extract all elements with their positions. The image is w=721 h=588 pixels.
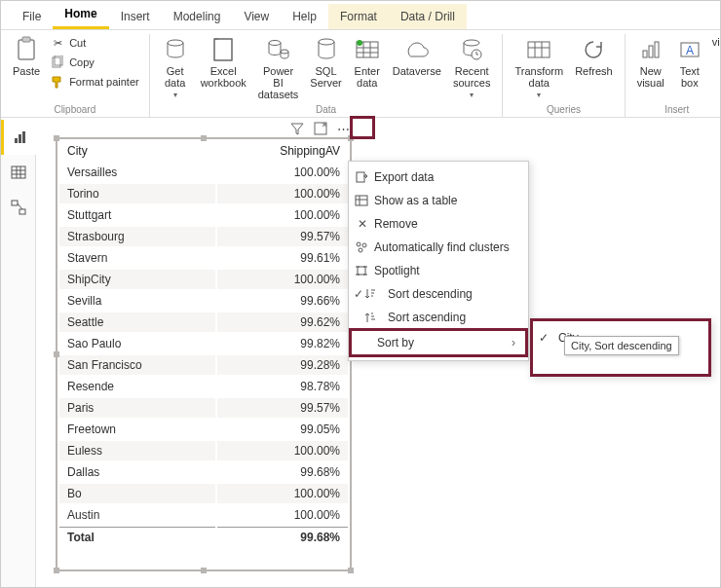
more-visuals-button[interactable]: vi — [711, 34, 721, 50]
table-row[interactable]: Sao Paulo99.82% — [59, 334, 348, 353]
scissors-icon: ✂ — [50, 35, 65, 51]
copy-button[interactable]: Copy — [48, 54, 141, 71]
tab-view[interactable]: View — [232, 4, 281, 29]
table-row[interactable]: Torino100.00% — [59, 184, 348, 203]
table-icon — [355, 194, 370, 207]
svg-rect-18 — [528, 42, 550, 57]
menu-remove[interactable]: ✕Remove — [349, 212, 528, 236]
menu-sort-ascending[interactable]: Sort ascending — [349, 306, 528, 329]
transform-icon — [525, 36, 552, 63]
svg-point-43 — [357, 242, 360, 246]
textbox-button[interactable]: AText box — [672, 34, 707, 91]
svg-rect-40 — [356, 196, 367, 205]
table-row[interactable]: Bo100.00% — [59, 484, 348, 503]
svg-line-37 — [18, 203, 22, 209]
brush-icon — [50, 74, 65, 90]
remove-icon: ✕ — [355, 217, 370, 231]
view-switcher — [1, 120, 36, 587]
table-row[interactable]: Seattle99.62% — [59, 312, 348, 332]
menu-export-data[interactable]: Export data — [349, 165, 528, 189]
tab-file[interactable]: File — [11, 4, 53, 29]
tab-help[interactable]: Help — [281, 4, 328, 29]
recent-sources-button[interactable]: Recent sources▾ — [449, 34, 495, 101]
sql-button[interactable]: SQL Server — [306, 34, 345, 91]
group-label-data: Data — [158, 102, 495, 117]
tab-home[interactable]: Home — [53, 1, 108, 29]
sort-desc-icon — [364, 288, 380, 300]
report-view-button[interactable] — [1, 120, 36, 155]
resize-handle[interactable] — [201, 568, 207, 573]
refresh-button[interactable]: Refresh — [571, 34, 617, 79]
transform-data-button[interactable]: Transform data▾ — [511, 34, 567, 101]
table-row[interactable]: Paris99.57% — [59, 398, 348, 418]
svg-point-8 — [281, 50, 288, 54]
menu-sort-descending[interactable]: ✓Sort descending — [349, 282, 528, 306]
table-row[interactable]: Stavern99.61% — [59, 248, 348, 268]
col-header-shipping[interactable]: ShippingAV — [217, 141, 348, 161]
group-label-queries: Queries — [511, 102, 616, 117]
visual-context-menu: Export data Show as a table ✕Remove Auto… — [348, 161, 529, 361]
clipboard-icon — [13, 36, 40, 63]
svg-rect-30 — [12, 166, 25, 178]
new-visual-button[interactable]: New visual — [633, 34, 668, 91]
svg-rect-35 — [12, 201, 18, 205]
pbi-icon — [265, 36, 292, 63]
format-painter-button[interactable]: Format painter — [48, 73, 141, 91]
excel-button[interactable]: Excel workbook — [197, 34, 250, 91]
table-row[interactable]: Dallas99.68% — [59, 462, 348, 482]
table-row[interactable]: Strasbourg99.57% — [59, 227, 348, 246]
tooltip: City, Sort descending — [564, 336, 679, 355]
menu-sort-by[interactable]: Sort by› — [349, 328, 528, 357]
table-row[interactable]: Resende98.78% — [59, 377, 348, 396]
cut-button[interactable]: ✂Cut — [48, 34, 141, 52]
svg-rect-6 — [214, 39, 232, 60]
svg-rect-1 — [22, 37, 30, 42]
table-row[interactable]: Sevilla99.66% — [59, 291, 348, 311]
table-row[interactable]: Stuttgart100.00% — [59, 205, 348, 225]
table-row[interactable]: San Francisco99.28% — [59, 355, 348, 375]
tab-format[interactable]: Format — [328, 4, 389, 29]
focus-mode-icon[interactable] — [311, 120, 330, 137]
export-icon — [355, 170, 370, 184]
get-data-button[interactable]: Get data▾ — [158, 34, 193, 101]
table-row[interactable]: Freetown99.05% — [59, 420, 348, 439]
menu-find-clusters[interactable]: Automatically find clusters — [349, 236, 528, 259]
table-row[interactable]: ShipCity100.00% — [59, 270, 348, 289]
pbi-datasets-button[interactable]: Power BI datasets — [254, 34, 303, 102]
svg-rect-39 — [357, 172, 364, 182]
table-row-total: Total99.68% — [59, 527, 348, 547]
resize-handle[interactable] — [348, 568, 354, 573]
filter-icon[interactable] — [287, 120, 307, 137]
resize-handle[interactable] — [54, 568, 59, 573]
svg-rect-28 — [19, 134, 21, 143]
visual-toolbar: ⋯ — [287, 120, 354, 137]
model-view-button[interactable] — [1, 190, 36, 225]
svg-text:A: A — [686, 44, 694, 57]
textbox-icon: A — [676, 36, 703, 63]
resize-handle[interactable] — [54, 351, 59, 357]
tab-insert[interactable]: Insert — [109, 4, 162, 29]
resize-handle[interactable] — [54, 135, 59, 141]
dataverse-icon — [403, 36, 431, 63]
svg-rect-27 — [15, 138, 18, 143]
dataverse-button[interactable]: Dataverse — [389, 34, 445, 79]
group-insert: New visual AText box vi Insert — [626, 34, 721, 117]
tab-data-drill[interactable]: Data / Drill — [389, 4, 467, 29]
table-row[interactable]: Austin100.00% — [59, 505, 348, 525]
enter-data-button[interactable]: Enter data — [350, 34, 385, 91]
resize-handle[interactable] — [201, 135, 207, 141]
report-canvas: ⋯ City ShippingAV Versailles100.00%Torin… — [1, 120, 720, 587]
tab-modeling[interactable]: Modeling — [162, 4, 233, 29]
menu-show-as-table[interactable]: Show as a table — [349, 189, 528, 212]
paste-button[interactable]: Paste — [9, 34, 44, 79]
group-queries: Transform data▾ Refresh Queries — [503, 34, 625, 117]
svg-point-4 — [168, 40, 183, 46]
data-view-button[interactable] — [1, 155, 36, 190]
menu-spotlight[interactable]: Spotlight — [349, 259, 528, 282]
table-row[interactable]: Euless100.00% — [59, 441, 348, 460]
col-header-city[interactable]: City — [59, 141, 215, 161]
chevron-right-icon: › — [512, 336, 515, 349]
table-row[interactable]: Versailles100.00% — [59, 163, 348, 182]
svg-rect-0 — [19, 40, 34, 59]
table-visual[interactable]: ⋯ City ShippingAV Versailles100.00%Torin… — [56, 137, 352, 571]
